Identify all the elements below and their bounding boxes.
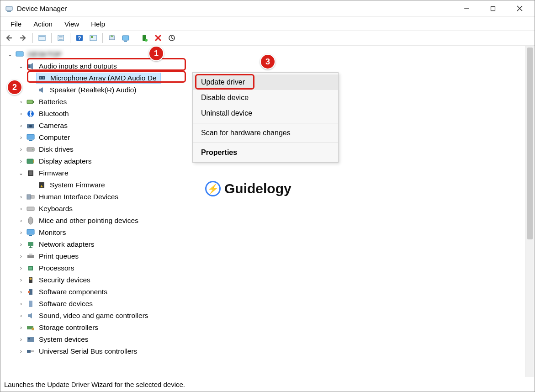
chevron-right-icon[interactable]: › xyxy=(17,133,25,142)
chevron-right-icon[interactable]: › xyxy=(17,228,25,237)
chevron-right-icon[interactable]: › xyxy=(17,110,25,118)
chevron-right-icon[interactable]: › xyxy=(17,312,25,320)
chevron-right-icon[interactable]: › xyxy=(17,122,25,130)
menu-file[interactable]: File xyxy=(5,19,27,29)
chevron-right-icon[interactable]: › xyxy=(17,288,25,296)
chevron-right-icon[interactable]: › xyxy=(17,276,25,284)
chevron-right-icon[interactable]: › xyxy=(17,145,25,154)
svg-point-20 xyxy=(145,39,148,42)
tree-system-devices[interactable]: ›System devices xyxy=(6,334,535,345)
tree-storage[interactable]: ›Storage controllers xyxy=(6,322,535,334)
chevron-right-icon[interactable]: › xyxy=(17,300,25,308)
chevron-down-icon[interactable]: ⌄ xyxy=(17,62,25,70)
tree-monitors[interactable]: ›Monitors xyxy=(6,227,535,238)
tree-network[interactable]: ›Network adapters xyxy=(6,238,535,250)
audio-icon xyxy=(26,62,35,71)
ctx-scan[interactable]: Scan for hardware changes xyxy=(193,125,338,141)
svg-rect-63 xyxy=(27,350,31,353)
update-driver-button[interactable] xyxy=(106,32,118,44)
mouse-icon xyxy=(26,216,35,225)
uninstall-button[interactable] xyxy=(119,32,132,44)
tree-audio[interactable]: ⌄ Audio inputs and outputs xyxy=(6,60,535,72)
svg-rect-62 xyxy=(28,338,30,339)
forward-button[interactable] xyxy=(17,32,30,44)
svg-rect-49 xyxy=(28,242,33,246)
properties-button[interactable] xyxy=(54,32,67,44)
chevron-right-icon[interactable]: › xyxy=(17,193,25,201)
svg-rect-48 xyxy=(29,235,32,236)
chevron-right-icon[interactable]: › xyxy=(17,323,25,332)
svg-point-46 xyxy=(28,217,33,224)
menu-help[interactable]: Help xyxy=(85,19,111,29)
back-button[interactable] xyxy=(3,32,16,44)
svg-rect-18 xyxy=(124,41,127,42)
chevron-right-icon[interactable]: › xyxy=(17,157,25,165)
tree-sw-devices[interactable]: ›Software devices xyxy=(6,298,535,310)
close-button[interactable] xyxy=(506,0,533,17)
scan-button[interactable] xyxy=(165,32,178,44)
statusbar: Launches the Update Driver Wizard for th… xyxy=(0,379,535,392)
view-button[interactable] xyxy=(87,32,100,44)
chevron-right-icon[interactable]: › xyxy=(17,205,25,213)
menu-action[interactable]: Action xyxy=(28,19,58,29)
tree-security[interactable]: ›Security devices xyxy=(6,274,535,286)
content-area: ⌄ DESKTOP ⌄ Audio inputs and outputs Mic… xyxy=(0,45,535,377)
svg-rect-43 xyxy=(27,195,31,199)
chevron-right-icon[interactable]: › xyxy=(17,264,25,272)
app-icon xyxy=(5,5,13,13)
tree-usb[interactable]: ›Universal Serial Bus controllers xyxy=(6,345,535,357)
sound-icon xyxy=(26,311,35,320)
context-menu: Update driver Disable device Uninstall d… xyxy=(192,72,339,163)
help-button[interactable]: ? xyxy=(73,32,86,44)
computer-icon xyxy=(26,133,35,142)
ctx-properties[interactable]: Properties xyxy=(193,145,338,160)
svg-rect-47 xyxy=(27,229,34,234)
chevron-right-icon[interactable]: › xyxy=(17,240,25,249)
svg-text:?: ? xyxy=(78,35,81,42)
ctx-separator xyxy=(193,123,338,123)
ctx-uninstall-device[interactable]: Uninstall device xyxy=(193,106,338,121)
statusbar-text: Launches the Update Driver Wizard for th… xyxy=(4,381,185,388)
disable-button[interactable] xyxy=(152,32,164,44)
svg-rect-26 xyxy=(39,76,45,79)
chevron-right-icon[interactable]: › xyxy=(17,252,25,260)
chevron-right-icon[interactable]: › xyxy=(17,335,25,344)
tree-processors[interactable]: ›Processors xyxy=(6,262,535,274)
tree-root[interactable]: ⌄ DESKTOP xyxy=(6,48,535,60)
chevron-down-icon[interactable]: ⌄ xyxy=(6,50,14,58)
tree-firmware[interactable]: ⌄Firmware xyxy=(6,167,535,179)
svg-point-33 xyxy=(29,125,32,127)
watermark: ⚡ Guidelogy xyxy=(205,181,291,196)
tree-mice[interactable]: ›Mice and other pointing devices xyxy=(6,215,535,227)
chevron-down-icon[interactable]: ⌄ xyxy=(17,169,25,177)
tree-audio-label: Audio inputs and outputs xyxy=(38,60,118,72)
minimize-button[interactable] xyxy=(453,0,480,17)
enable-button[interactable] xyxy=(138,32,151,44)
tree-sound[interactable]: ›Sound, video and game controllers xyxy=(6,310,535,322)
computer-root-icon xyxy=(15,50,24,59)
network-icon xyxy=(26,240,35,249)
battery-icon xyxy=(26,97,35,106)
ctx-update-driver[interactable]: Update driver xyxy=(193,74,338,90)
svg-rect-44 xyxy=(31,196,34,198)
svg-rect-3 xyxy=(491,6,495,11)
sw-device-icon xyxy=(26,299,35,308)
svg-rect-6 xyxy=(39,35,45,41)
chevron-right-icon[interactable]: › xyxy=(17,98,25,106)
svg-rect-64 xyxy=(31,350,34,352)
tree-print-queues[interactable]: ›Print queues xyxy=(6,250,535,262)
svg-rect-58 xyxy=(29,301,32,307)
svg-rect-24 xyxy=(16,52,23,56)
show-hidden-button[interactable] xyxy=(36,32,48,44)
tree-keyboards[interactable]: ›Keyboards xyxy=(6,203,535,215)
menu-view[interactable]: View xyxy=(59,19,85,29)
chevron-right-icon[interactable]: › xyxy=(17,347,25,355)
svg-point-37 xyxy=(32,149,33,150)
maximize-button[interactable] xyxy=(480,0,506,17)
printer-icon xyxy=(26,252,35,261)
tree-sw-components[interactable]: ›Software components xyxy=(6,286,535,298)
svg-rect-38 xyxy=(27,159,33,164)
chevron-right-icon[interactable]: › xyxy=(17,217,25,225)
svg-rect-17 xyxy=(122,36,129,40)
ctx-disable-device[interactable]: Disable device xyxy=(193,90,338,106)
